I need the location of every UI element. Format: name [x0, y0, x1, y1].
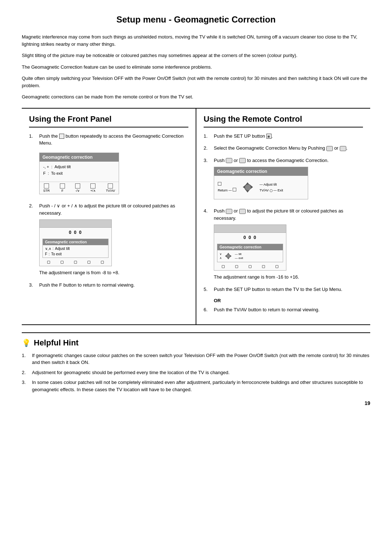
tv-screen-top-front — [40, 220, 111, 228]
return-row — [218, 182, 236, 187]
front-panel-step-2: Push - / ∨ or + / ∧ to adjust the pictur… — [29, 202, 188, 276]
row1-colon: : — [51, 164, 52, 170]
helpful-hint-section: 💡 Helpful Hint If geomagnetic changes ca… — [22, 332, 370, 393]
tv-screen-box-front: 0 0 0 Geomagnetic correction ∨,∧:Adjust … — [39, 219, 112, 266]
hint-3: In some cases colour patches will not be… — [22, 379, 370, 393]
remote-step-6-content: Push the TV/AV button to return to norma… — [214, 306, 363, 313]
dpad-center — [245, 185, 251, 190]
row2-value: To exit — [51, 170, 63, 177]
remote-geo-box: Geomagnetic correction Return — — [214, 167, 308, 199]
dot-3 — [74, 261, 77, 264]
icon-tvav: TV/AV — [106, 183, 115, 194]
dot-1 — [47, 261, 50, 264]
front-panel-step-3-content: Push the F button to return to normal vi… — [39, 281, 188, 289]
icon-plus-a: +/∧ — [90, 183, 96, 194]
two-col-section: Using the Front Panel Push the button re… — [22, 108, 370, 325]
tv-dpad — [223, 251, 233, 261]
geo-box-icons: STR F -/∨ +/∧ — [40, 182, 119, 194]
intro-p1: Magnetic interference may come from such… — [22, 33, 370, 48]
tvav-exit-row: TV/AV — Exit — [260, 187, 283, 193]
helpful-hint-title: 💡 Helpful Hint — [22, 338, 370, 348]
remote-control-header: Using the Remote Control — [204, 114, 363, 127]
remote-step-3-content: Push or to access the Geomagnetic Correc… — [214, 157, 363, 203]
icon-str: STR — [43, 183, 50, 194]
dpad-icon — [240, 179, 256, 195]
remote-step-5: Push the SET UP button to return the TV … — [204, 286, 363, 293]
icon-f: F — [60, 183, 65, 194]
hint-list: If geomagnetic changes cause colour patc… — [22, 352, 370, 393]
tvav-circle — [270, 189, 273, 192]
front-panel-header: Using the Front Panel — [29, 114, 188, 127]
geo-box-body-1: -, + : Adjust tilt F : To exit — [40, 162, 119, 179]
remote-step-5-content: Push the SET UP button to return the TV … — [214, 286, 363, 293]
remote-step-6: Push the TV/AV button to return to norma… — [204, 306, 363, 313]
geo-correction-box-1: Geomagnetic correction -, + : Adjust til… — [39, 153, 119, 195]
dot-r2 — [235, 265, 238, 268]
remote-right-labels: — Adjust tilt TV/AV — Exit — [260, 182, 283, 193]
tv-screen-box-remote: 0 0 0 Geomagnetic correction ∨∧ — [214, 224, 286, 271]
remote-control-column: Using the Remote Control Push the SET UP… — [196, 109, 370, 324]
remote-control-steps-2: Push the TV/AV button to return to norma… — [204, 306, 363, 313]
geo-box-title-1: Geomagnetic correction — [40, 153, 119, 162]
dot-r1 — [222, 265, 225, 268]
front-panel-step-1-content: Push the button repeatedly to access the… — [39, 133, 188, 198]
menu-icon — [59, 134, 64, 139]
tv-inner-body-front: ∨,∧:Adjust tilt F:To exit — [43, 245, 108, 258]
tv-ooo-front: 0 0 0 — [40, 228, 111, 237]
tv-dots-front — [40, 259, 111, 266]
tv-ooo-remote: 0 0 0 — [214, 233, 286, 242]
setup-icon: ▦ — [266, 134, 271, 139]
hint-2: Adjustment for geomagnetic should be per… — [22, 369, 370, 376]
front-panel-step-1: Push the button repeatedly to access the… — [29, 133, 188, 198]
tv-inner-box-front: Geomagnetic correction ∨,∧:Adjust tilt F… — [42, 239, 109, 258]
remote-step-2-content: Select the Geomagnetic Correction Menu b… — [214, 145, 363, 152]
bulb-icon: 💡 — [22, 339, 31, 347]
dot-2 — [61, 261, 64, 264]
hint-1-text: If geomagnetic changes cause colour patc… — [32, 352, 370, 366]
tv-inner-title-front: Geomagnetic correction — [43, 239, 108, 245]
row1-value: Adjust tilt — [54, 164, 71, 170]
dot-4 — [87, 261, 90, 264]
dot-5 — [101, 261, 104, 264]
row2-colon: : — [48, 170, 49, 177]
dot-r5 — [275, 265, 278, 268]
remote-control-steps: Push the SET UP button ▦. Select the Geo… — [204, 133, 363, 293]
return-rect-2 — [233, 188, 236, 191]
remote-geo-body: Return — — [214, 176, 308, 199]
push-icon-5 — [226, 209, 232, 214]
helpful-hint-header: Helpful Hint — [34, 338, 78, 348]
page-number: 19 — [22, 400, 370, 406]
range-text-remote: The adjustment range is from -16 to +16. — [214, 274, 363, 281]
push-icon-4 — [239, 158, 246, 163]
tv-inner-box-remote: Geomagnetic correction ∨∧ — [217, 244, 283, 262]
icon-minus-v: -/∨ — [75, 183, 80, 194]
front-panel-step-2-content: Push - / ∨ or + / ∧ to adjust the pictur… — [39, 202, 188, 276]
tv-inner-title-remote: Geomagnetic correction — [217, 244, 283, 250]
adjust-tilt-label: — Adjust tilt — [260, 182, 283, 187]
front-panel-column: Using the Front Panel Push the button re… — [22, 109, 196, 324]
dot-r3 — [249, 265, 252, 268]
remote-step-1: Push the SET UP button ▦. — [204, 133, 363, 140]
remote-step-3: Push or to access the Geomagnetic Correc… — [204, 157, 363, 203]
push-icon-1 — [326, 146, 333, 151]
row2-key: F — [43, 170, 46, 177]
intro-p5: Geomagnetic corrections can be made from… — [22, 93, 370, 101]
remote-step-2: Select the Geomagnetic Correction Menu b… — [204, 145, 363, 152]
push-icon-3 — [226, 158, 232, 163]
hint-3-text: In some cases colour patches will not be… — [32, 379, 370, 393]
remote-geo-title: Geomagnetic correction — [214, 167, 308, 176]
remote-step-1-content: Push the SET UP button ▦. — [214, 133, 363, 140]
intro-p2: Slight tilting of the picture may be not… — [22, 52, 370, 59]
intro-p3: The Geomagnetic Correction feature can b… — [22, 64, 370, 71]
hint-2-text: Adjustment for geomagnetic should be per… — [32, 369, 230, 376]
row1-key: -, + — [43, 164, 49, 170]
push-icon-6 — [239, 209, 246, 214]
dot-r4 — [262, 265, 265, 268]
range-text-front: The adjustment range is from -8 to +8. — [39, 269, 188, 276]
tv-screen-top-remote — [214, 225, 286, 233]
page-title: Setup menu - Geomagnetic Correction — [22, 15, 370, 25]
remote-left-labels: Return — — [218, 182, 236, 193]
front-panel-step-3: Push the F button to return to normal vi… — [29, 281, 188, 289]
push-icon-2 — [340, 146, 346, 151]
front-panel-steps: Push the button repeatedly to access the… — [29, 133, 188, 289]
